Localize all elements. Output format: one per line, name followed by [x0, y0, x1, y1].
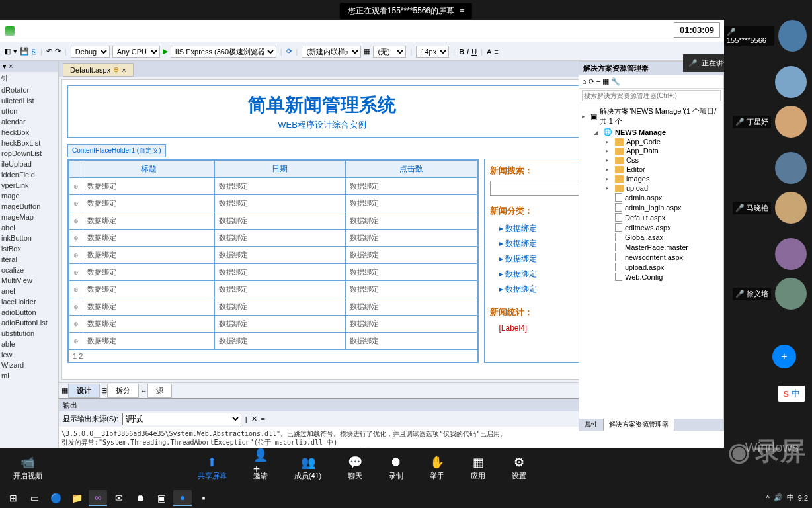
- toolbox-item[interactable]: heckBoxList: [0, 138, 58, 148]
- apps-button[interactable]: ▦ 应用: [471, 455, 485, 481]
- collapse-icon[interactable]: −: [596, 77, 600, 86]
- table-row[interactable]: ⊕数据绑定数据绑定数据绑定: [69, 298, 477, 316]
- file-tab-default[interactable]: Default.aspx ⊕ ×: [63, 63, 134, 77]
- tree-file[interactable]: upload.aspx: [582, 262, 721, 272]
- toolbox-item[interactable]: dRotator: [0, 85, 58, 95]
- tree-file[interactable]: Global.asax: [582, 232, 721, 242]
- tree-file[interactable]: editnews.aspx: [582, 222, 721, 232]
- table-row[interactable]: ⊕数据绑定数据绑定数据绑定: [69, 230, 477, 247]
- raise-hand-button[interactable]: ✋ 举手: [430, 455, 444, 481]
- redo-icon[interactable]: ↷: [55, 47, 61, 56]
- tray-up-icon[interactable]: ^: [766, 494, 770, 502]
- pin-icon[interactable]: ⊕: [113, 65, 119, 74]
- toolbox-item[interactable]: able: [0, 339, 58, 349]
- tab-solution[interactable]: 解决方案资源管理器: [604, 419, 674, 431]
- tree-folder[interactable]: ▸Editor: [582, 165, 721, 174]
- settings-button[interactable]: ⚙ 设置: [512, 455, 526, 481]
- tree-file[interactable]: Web.Config: [582, 272, 721, 282]
- refresh-icon[interactable]: ⟳: [286, 47, 292, 56]
- save-all-icon[interactable]: ⎘: [32, 48, 36, 56]
- tree-folder[interactable]: ▸App_Code: [582, 137, 721, 146]
- recorder-icon[interactable]: ⏺: [131, 490, 149, 506]
- properties-icon[interactable]: 🔧: [611, 77, 620, 86]
- clear-icon[interactable]: ✕: [251, 415, 257, 423]
- participant[interactable]: 🎤 徐义培: [733, 278, 807, 310]
- play-icon[interactable]: ▶: [163, 47, 168, 56]
- record-button[interactable]: ⏺ 录制: [389, 455, 403, 481]
- table-row[interactable]: ⊕数据绑定数据绑定数据绑定: [69, 178, 477, 195]
- tray-time[interactable]: 9:2: [798, 494, 808, 502]
- tab-properties[interactable]: 属性: [579, 419, 604, 431]
- tencent-icon[interactable]: ▣: [152, 490, 171, 506]
- participant[interactable]: 🎤 丁星妤: [733, 106, 807, 138]
- vs-main-toolbar[interactable]: ◧ ▾ 💾 ⎘ | ↶ ↷ | Debug Any CPU ▶ IIS Expr…: [0, 42, 724, 61]
- align-icon[interactable]: ≡: [494, 48, 498, 56]
- toolbox-item[interactable]: ileUpload: [0, 159, 58, 169]
- fontcolor-icon[interactable]: A: [487, 48, 491, 56]
- home-icon[interactable]: ⌂: [582, 77, 587, 86]
- tab-source[interactable]: 源: [147, 384, 172, 398]
- toolbox-item[interactable]: mage: [0, 190, 58, 201]
- participant[interactable]: 🎤 155****5566: [724, 20, 807, 52]
- solution-search-input[interactable]: [582, 90, 721, 101]
- toolbox-item[interactable]: iddenField: [0, 169, 58, 180]
- banner-menu-icon[interactable]: ≡: [460, 7, 464, 16]
- toolbox-item[interactable]: utton: [0, 106, 58, 116]
- toolbox-item[interactable]: adioButton: [0, 307, 58, 318]
- tree-folder[interactable]: ▸Css: [582, 155, 721, 165]
- toolbox-item[interactable]: Wizard: [0, 360, 58, 370]
- output-source-select[interactable]: 调试: [122, 413, 241, 425]
- content-placeholder-label[interactable]: ContentPlaceHolder1 (自定义): [67, 144, 166, 157]
- task-view-icon[interactable]: ▭: [25, 490, 44, 506]
- toolbox-item[interactable]: ocalize: [0, 265, 58, 275]
- platform-select[interactable]: Any CPU: [112, 46, 160, 58]
- config-select[interactable]: Debug: [71, 46, 110, 58]
- tree-folder[interactable]: ▸upload: [582, 183, 721, 192]
- none-select[interactable]: (无): [373, 46, 406, 58]
- tree-file[interactable]: MasterPage.master: [582, 242, 721, 252]
- mail-icon[interactable]: ✉: [110, 490, 128, 506]
- start-button[interactable]: ⊞: [4, 490, 22, 506]
- toolbox-item[interactable]: mageButton: [0, 201, 58, 212]
- toolbox-item[interactable]: ml: [0, 370, 58, 381]
- toolbox-item[interactable]: ulletedList: [0, 95, 58, 106]
- toolbox-item[interactable]: anel: [0, 286, 58, 296]
- tree-folder[interactable]: ▸images: [582, 174, 721, 183]
- run-target-select[interactable]: IIS Express (360极速浏览器): [171, 46, 276, 58]
- toolbox-item[interactable]: alendar: [0, 116, 58, 127]
- video-button[interactable]: 📹 开启视频: [13, 455, 42, 481]
- underline-icon[interactable]: U: [471, 48, 477, 56]
- toolbox-item[interactable]: adioButtonList: [0, 318, 58, 328]
- tree-file[interactable]: admin.aspx: [582, 192, 721, 202]
- tree-solution-root[interactable]: ▸▣ 解决方案"NEWS Manage"(1 个项目/共 1 个: [582, 106, 721, 127]
- toolbox-item[interactable]: MultiView: [0, 275, 58, 286]
- table-row[interactable]: ⊕数据绑定数据绑定数据绑定: [69, 247, 477, 264]
- toolbox-item[interactable]: heckBox: [0, 127, 58, 138]
- app-icon[interactable]: ▪: [194, 490, 213, 506]
- table-row[interactable]: ⊕数据绑定数据绑定数据绑定: [69, 195, 477, 212]
- tree-file[interactable]: Default.aspx: [582, 212, 721, 222]
- ime-icon[interactable]: 中: [787, 493, 794, 503]
- bold-icon[interactable]: B: [459, 48, 464, 56]
- news-gridview[interactable]: 标题 日期 点击数 ⊕数据绑定数据绑定数据绑定⊕数据绑定数据绑定数据绑定⊕数据绑…: [67, 159, 479, 363]
- invite-button[interactable]: 👤+ 邀请: [253, 455, 268, 481]
- toolbox-item[interactable]: mageMap: [0, 212, 58, 222]
- toolbox-item[interactable]: abel: [0, 222, 58, 233]
- sogou-ime-badge[interactable]: S 中: [778, 386, 805, 402]
- style-select[interactable]: (新建内联样式): [302, 46, 361, 58]
- add-participant-button[interactable]: +: [772, 345, 796, 368]
- toolbox-item[interactable]: yperLink: [0, 180, 58, 190]
- close-icon[interactable]: ×: [122, 66, 126, 74]
- toolbox-item[interactable]: laceHolder: [0, 296, 58, 307]
- members-button[interactable]: 👥 成员(41): [294, 455, 322, 481]
- refresh-icon[interactable]: ⟳: [589, 77, 594, 86]
- tree-folder[interactable]: ▸App_Data: [582, 146, 721, 155]
- chat-button[interactable]: 💬 聊天: [348, 455, 362, 481]
- zoom-icon[interactable]: ●: [173, 490, 192, 506]
- participant[interactable]: [775, 66, 807, 98]
- solution-toolbar[interactable]: ⌂ ⟳ − ▦ 🔧: [579, 75, 723, 89]
- toolbox-item[interactable]: iew: [0, 349, 58, 360]
- vs-icon[interactable]: ∞: [89, 490, 107, 506]
- border-icon[interactable]: ▦: [364, 47, 370, 56]
- network-icon[interactable]: 🔊: [774, 493, 783, 502]
